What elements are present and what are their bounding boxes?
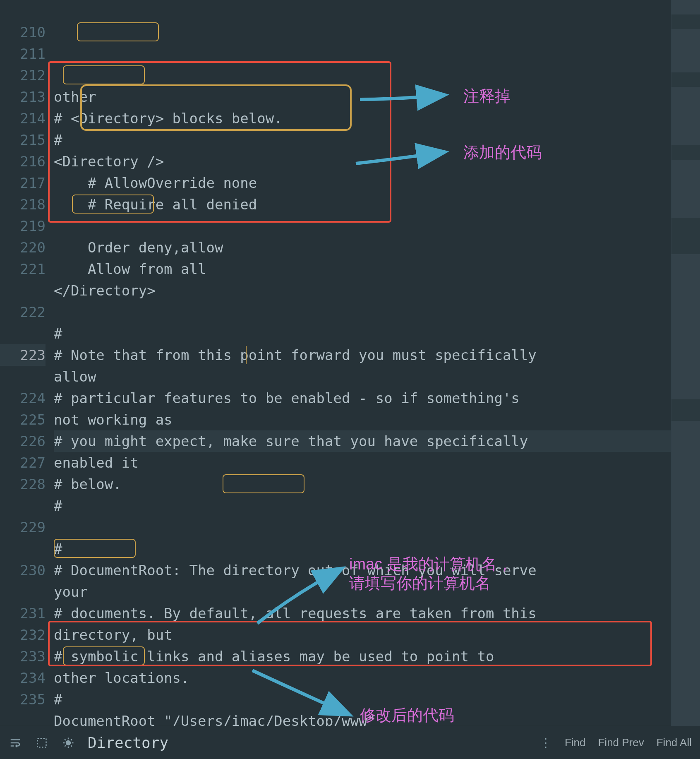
line-number <box>0 0 46 22</box>
code-line[interactable]: other locations. <box>54 667 671 689</box>
code-line[interactable]: Order deny,allow <box>54 237 671 258</box>
wrap-icon[interactable] <box>8 736 22 750</box>
code-line[interactable]: # <Directory> blocks below. <box>54 108 671 129</box>
code-line[interactable]: # symbolic links and aliases may be used… <box>54 646 671 667</box>
more-icon[interactable]: ⋮ <box>538 736 552 750</box>
code-line[interactable] <box>54 215 671 237</box>
code-line[interactable]: other <box>54 86 671 108</box>
line-number: 226 <box>0 430 46 452</box>
line-number <box>0 538 46 560</box>
code-editor: 2102112122132142152162172182192202212222… <box>0 0 700 726</box>
minimap[interactable] <box>671 0 700 726</box>
line-number <box>0 495 46 516</box>
search-highlight <box>77 22 159 41</box>
line-number: 235 <box>0 689 46 710</box>
code-line[interactable]: directory, but <box>54 624 671 646</box>
line-number <box>0 323 46 344</box>
line-number: 213 <box>0 86 46 108</box>
code-line[interactable]: # <box>54 495 671 516</box>
line-number: 218 <box>0 194 46 215</box>
code-line[interactable]: <Directory /> <box>54 151 671 172</box>
line-number: 231 <box>0 603 46 624</box>
code-line[interactable]: your <box>54 581 671 603</box>
line-number: 223 <box>0 344 46 366</box>
line-number: 222 <box>0 301 46 323</box>
line-number: 212 <box>0 65 46 86</box>
code-line[interactable]: # <box>54 323 671 344</box>
search-input-text[interactable]: Directory <box>88 734 168 751</box>
line-number <box>0 280 46 301</box>
svg-rect-0 <box>38 738 46 747</box>
code-line[interactable]: # <box>54 689 671 710</box>
code-line[interactable]: enabled it <box>54 452 671 473</box>
line-number: 221 <box>0 258 46 280</box>
text-cursor <box>246 346 247 364</box>
line-number: 228 <box>0 473 46 495</box>
code-line[interactable]: # Note that from this point forward you … <box>54 344 671 366</box>
line-number: 229 <box>0 516 46 538</box>
find-all-button[interactable]: Find All <box>657 736 692 749</box>
line-number: 214 <box>0 108 46 129</box>
line-number: 217 <box>0 172 46 194</box>
highlight-icon[interactable] <box>61 736 75 750</box>
line-number: 230 <box>0 560 46 581</box>
line-number: 219 <box>0 215 46 237</box>
line-number: 224 <box>0 387 46 409</box>
code-line[interactable]: Allow from all <box>54 258 671 280</box>
code-line[interactable]: allow <box>54 366 671 387</box>
code-area[interactable]: other# <Directory> blocks below.#<Direct… <box>54 0 671 726</box>
line-number: 216 <box>0 151 46 172</box>
code-line[interactable]: # you might expect, make sure that you h… <box>54 430 671 452</box>
line-number: 225 <box>0 409 46 430</box>
line-number: 234 <box>0 667 46 689</box>
line-number: 220 <box>0 237 46 258</box>
code-line[interactable]: # <box>54 129 671 151</box>
line-number: 210 <box>0 22 46 43</box>
line-number: 211 <box>0 43 46 65</box>
find-button[interactable]: Find <box>565 736 586 749</box>
status-bar: Directory ⋮ Find Find Prev Find All <box>0 726 700 759</box>
code-line[interactable]: # DocumentRoot: The directory out of whi… <box>54 560 671 581</box>
code-line[interactable]: # below. <box>54 473 671 495</box>
line-number: 233 <box>0 646 46 667</box>
line-number <box>0 581 46 603</box>
code-line[interactable]: # documents. By default, all requests ar… <box>54 603 671 624</box>
code-line[interactable]: # Require all denied <box>54 194 671 215</box>
code-line[interactable]: # <box>54 538 671 560</box>
line-number: 215 <box>0 129 46 151</box>
line-number: 227 <box>0 452 46 473</box>
svg-point-1 <box>66 740 71 745</box>
code-line[interactable]: </Directory> <box>54 280 671 301</box>
line-number <box>0 366 46 387</box>
code-line[interactable]: not working as <box>54 409 671 430</box>
search-highlight <box>63 65 145 84</box>
find-prev-button[interactable]: Find Prev <box>598 736 644 749</box>
code-line[interactable]: # particular features to be enabled - so… <box>54 387 671 409</box>
code-line[interactable] <box>54 516 671 538</box>
selection-icon[interactable] <box>35 736 49 750</box>
line-number: 232 <box>0 624 46 646</box>
code-line[interactable]: # AllowOverride none <box>54 172 671 194</box>
line-number-gutter: 2102112122132142152162172182192202212222… <box>0 0 54 726</box>
code-line[interactable] <box>54 301 671 323</box>
